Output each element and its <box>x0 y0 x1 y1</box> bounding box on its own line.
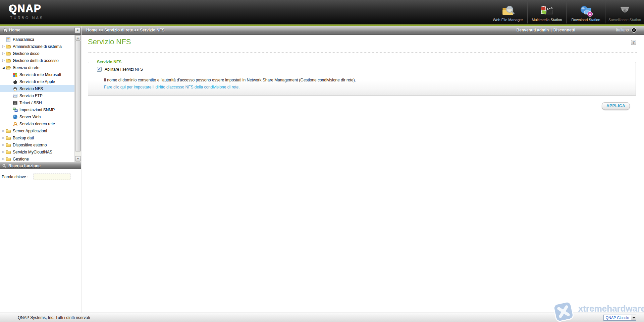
expander-icon[interactable]: ◢ <box>1 64 6 71</box>
sidebar-item-servizio-mycloudnas[interactable]: ▷ Servizio MyCloudNAS <box>0 148 74 155</box>
enable-nfs-checkbox[interactable] <box>97 67 102 72</box>
folder-icon <box>6 44 11 49</box>
sidebar-item-servizi-di-rete-microsoft[interactable]: Servizi di rete Microsoft <box>0 71 74 78</box>
tree-item-label: Dispositivo esterno <box>13 143 47 147</box>
sidebar-item-telnet-ssh[interactable]: Telnet / SSH <box>0 99 74 106</box>
breadcrumb: Home >> Servizio di rete >> Servizio NFS <box>86 28 164 33</box>
copyright-text: QNAP Systems, Inc. Tutti i diritti riser… <box>18 315 90 320</box>
tree-item-label: Servizio MyCloudNAS <box>13 150 52 154</box>
sidebar-tree: Panoramica ▷ Amministrazione di sistema … <box>0 35 74 162</box>
sidebar-panel-title: Home <box>9 28 20 33</box>
folder-icon <box>6 135 11 141</box>
expander-icon[interactable]: ▷ <box>1 134 6 141</box>
sidebar-scrollbar[interactable] <box>74 35 81 162</box>
scroll-up-button[interactable] <box>75 35 81 41</box>
expander-icon[interactable]: ▷ <box>1 148 6 155</box>
sidebar-item-servizio-nfs[interactable]: Servizio NFS <box>0 85 74 92</box>
function-search-title: Ricerca funzione <box>8 164 41 168</box>
download-station-icon <box>578 5 594 17</box>
scrollbar-thumb[interactable] <box>75 41 81 151</box>
ftp-icon: FTP <box>12 93 18 99</box>
title-separator <box>88 52 637 53</box>
theme-selector-value: QNAP Classic <box>603 315 631 321</box>
page-title: Servizio NFS <box>88 38 131 46</box>
telnet-icon <box>12 100 18 106</box>
expander-icon[interactable]: ▷ <box>1 155 6 162</box>
station-download[interactable]: Download Station <box>566 0 605 23</box>
tree-item-label: Telnet / SSH <box>19 101 42 105</box>
dropdown-arrow-icon[interactable] <box>631 315 636 321</box>
sidebar-item-gestione-diritti-di-accesso[interactable]: ▷ Gestione diritti di accesso <box>0 57 74 64</box>
station-surveillance[interactable]: Surveillance Station <box>605 0 644 23</box>
home-icon <box>3 28 8 34</box>
apply-button[interactable]: APPLICA <box>602 102 630 110</box>
sidebar-item-amministrazione-di-sistema[interactable]: ▷ Amministrazione di sistema <box>0 43 74 50</box>
expander-icon[interactable]: ▷ <box>1 50 6 57</box>
logout-link[interactable]: Disconnetti <box>553 28 575 33</box>
keyword-input[interactable] <box>34 174 70 180</box>
sidebar-item-gestione-disco[interactable]: ▷ Gestione disco <box>0 50 74 57</box>
sidebar-collapse-button[interactable]: « <box>74 27 80 33</box>
nfs-description: Il nome di dominio consentito e l'autori… <box>104 78 356 82</box>
station-web-file-manager[interactable]: Web File Manager <box>488 0 527 23</box>
sidebar-item-gestione[interactable]: ▷ Gestione <box>0 155 74 162</box>
folder-icon <box>6 128 11 134</box>
sidebar-item-panoramica[interactable]: Panoramica <box>0 36 74 43</box>
expander-icon[interactable]: ▷ <box>1 127 6 134</box>
svg-text:FTP: FTP <box>13 95 17 97</box>
station-multimedia[interactable]: Multimedia Station <box>527 0 566 23</box>
sidebar-item-servizio-ricerca-rete[interactable]: Servizio ricerca rete <box>0 120 74 127</box>
tree-item-label: Servizi di rete Apple <box>19 79 55 84</box>
scroll-down-button[interactable] <box>75 156 81 162</box>
help-button[interactable]: ? <box>631 40 636 45</box>
chevron-down-icon[interactable] <box>631 27 637 33</box>
sidebar-item-server-applicazioni[interactable]: ▷ Server Applicazioni <box>0 127 74 134</box>
function-search-header: Ricerca funzione <box>0 162 81 169</box>
keyword-label: Parola chiave : <box>2 175 28 179</box>
expander-icon[interactable]: ▷ <box>1 141 6 148</box>
folder-icon <box>6 51 11 56</box>
tree-item-label: Backup dati <box>13 136 34 140</box>
surveillance-station-icon <box>617 5 633 17</box>
language-selector[interactable]: Italiano <box>616 27 637 33</box>
station-launcher: Web File Manager Multimedia Station Down… <box>488 0 644 23</box>
theme-selector[interactable]: QNAP Classic <box>603 315 636 321</box>
section-legend: Servizio NFS <box>95 60 123 64</box>
tree-item-label: Gestione diritti di accesso <box>13 58 59 63</box>
app-header: QNAP TURBO NAS Web File Manager Multimed… <box>0 0 644 24</box>
document-icon <box>6 37 11 42</box>
expander-icon[interactable]: ▷ <box>1 57 6 64</box>
sidebar-item-servizio-di-rete[interactable]: ◢ Servizio di rete <box>0 64 74 71</box>
sidebar-item-servizio-ftp[interactable]: FTP Servizio FTP <box>0 92 74 99</box>
linux-icon <box>12 86 18 91</box>
tree-item-label: Servizio FTP <box>19 93 43 98</box>
windows-icon <box>12 72 18 77</box>
apple-icon <box>12 79 18 84</box>
web-file-manager-icon <box>500 5 516 17</box>
network-search-icon <box>12 121 18 127</box>
tree-item-label: Servizio NFS <box>19 86 43 91</box>
tree-item-label: Amministrazione di sistema <box>13 44 62 49</box>
station-label: Download Station <box>571 18 600 22</box>
main-content: Servizio NFS ? Servizio NFS Abilitare i … <box>82 35 644 313</box>
tree-item-label: Servizio ricerca rete <box>19 122 55 126</box>
language-label: Italiano <box>616 28 629 33</box>
expander-icon[interactable]: ▷ <box>1 43 6 50</box>
nfs-access-rights-link[interactable]: Fare clic qui per impostare il diritto d… <box>104 85 239 89</box>
folder-icon <box>6 142 11 148</box>
tree-item-label: Impostazioni SNMP <box>19 108 55 112</box>
sidebar-item-backup-dati[interactable]: ▷ Backup dati <box>0 134 74 141</box>
welcome-divider: | <box>550 28 551 33</box>
folder-icon <box>6 156 11 162</box>
logo-tagline: TURBO NAS <box>10 16 44 20</box>
nfs-service-section: Servizio NFS Abilitare i servizi NFS Il … <box>88 62 636 96</box>
welcome-area: Benvenuti admin | Disconnetti <box>517 28 575 33</box>
enable-nfs-row[interactable]: Abilitare i servizi NFS <box>97 67 143 72</box>
station-label: Surveillance Station <box>608 18 641 22</box>
sidebar-item-impostazioni-snmp[interactable]: Impostazioni SNMP <box>0 106 74 113</box>
sidebar-item-dispositivo-esterno[interactable]: ▷ Dispositivo esterno <box>0 141 74 148</box>
toolbar: Home « Home >> Servizio di rete >> Servi… <box>0 26 644 35</box>
footer: QNAP Systems, Inc. Tutti i diritti riser… <box>0 313 644 322</box>
sidebar-item-server-web[interactable]: Server Web <box>0 113 74 120</box>
sidebar-item-servizi-di-rete-apple[interactable]: Servizi di rete Apple <box>0 78 74 85</box>
